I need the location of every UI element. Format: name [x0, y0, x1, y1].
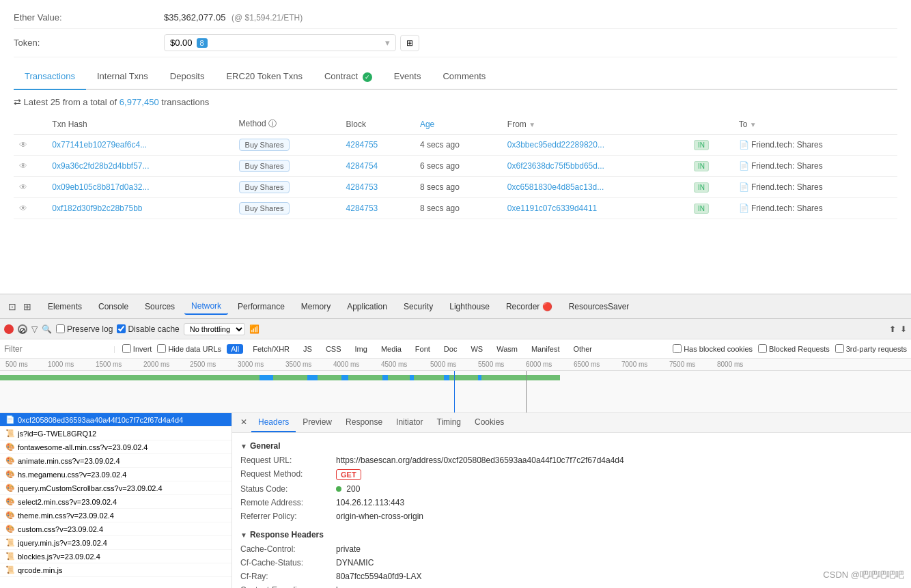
detail-content: ▼ General Request URL: https://basescan.… — [232, 433, 911, 588]
filter-manifest[interactable]: Manifest — [527, 344, 564, 354]
response-headers-section-header[interactable]: ▼ Response Headers — [240, 527, 903, 542]
detail-tab-preview[interactable]: Preview — [296, 413, 339, 432]
devtools-tab-sources[interactable]: Sources — [138, 299, 182, 314]
inspect-icon[interactable]: ⊡ — [5, 300, 19, 313]
list-item[interactable]: 🎨 animate.min.css?v=23.09.02.4 — [0, 454, 232, 468]
preserve-log-checkbox[interactable] — [56, 324, 65, 333]
from-link[interactable]: 0x6f23638dc75f5bbd65d... — [507, 161, 604, 171]
throttle-select[interactable]: No throttling — [184, 323, 245, 335]
content-encoding-label: Content-Encoding: — [240, 585, 336, 588]
tab-events[interactable]: Events — [383, 64, 432, 89]
record-button[interactable] — [4, 324, 14, 334]
to-filter-icon[interactable]: ▼ — [750, 121, 757, 128]
block-link[interactable]: 4284753 — [346, 204, 378, 213]
detail-tab-response[interactable]: Response — [339, 413, 389, 432]
detail-tab-headers[interactable]: Headers — [251, 413, 296, 432]
list-item[interactable]: 🎨 hs.megamenu.css?v=23.09.02.4 — [0, 468, 232, 481]
block-link[interactable]: 4284753 — [346, 182, 378, 192]
third-party-requests-checkbox[interactable] — [835, 344, 844, 353]
token-icon-button[interactable]: ⊞ — [400, 35, 419, 51]
list-item[interactable]: 🎨 custom.css?v=23.09.02.4 — [0, 522, 232, 536]
devtools-tab-performance[interactable]: Performance — [231, 299, 292, 314]
devtools-tab-resourcessaver[interactable]: ResourcesSaver — [562, 299, 636, 314]
invert-checkbox[interactable] — [122, 344, 131, 353]
from-link[interactable]: 0x3bbec95edd22289820... — [507, 140, 604, 150]
tab-comments[interactable]: Comments — [432, 64, 496, 89]
search-button[interactable]: 🔍 — [42, 324, 52, 334]
tab-transactions[interactable]: Transactions — [14, 64, 86, 90]
list-item[interactable]: 🎨 select2.min.css?v=23.09.02.4 — [0, 495, 232, 509]
txn-hash-link[interactable]: 0x77141eb10279eaf6c4... — [52, 140, 147, 150]
filter-img[interactable]: Img — [351, 344, 372, 354]
list-item[interactable]: 📜 blockies.js?v=23.09.02.4 — [0, 550, 232, 563]
eye-icon[interactable]: 👁 — [19, 140, 27, 150]
download-icon[interactable]: ⬇ — [900, 324, 907, 334]
list-item[interactable]: 🎨 theme.min.css?v=23.09.02.4 — [0, 509, 232, 522]
hide-data-urls-text: Hide data URLs — [168, 345, 221, 353]
from-filter-icon[interactable]: ▼ — [529, 121, 535, 128]
filter-button[interactable]: ▽ — [31, 324, 38, 334]
list-item[interactable]: 📜 jquery.min.js?v=23.09.02.4 — [0, 536, 232, 550]
filter-fetch-xhr[interactable]: Fetch/XHR — [249, 344, 294, 354]
eye-icon[interactable]: 👁 — [19, 182, 27, 192]
close-button[interactable]: ✕ — [236, 413, 251, 432]
filter-ws[interactable]: WS — [466, 344, 487, 354]
general-section-header[interactable]: ▼ General — [240, 438, 903, 453]
tab-internal-txns[interactable]: Internal Txns — [86, 64, 159, 89]
filter-wasm[interactable]: Wasm — [492, 344, 522, 354]
disable-cache-checkbox[interactable] — [117, 324, 126, 333]
from-link[interactable]: 0xc6581830e4d85ac13d... — [507, 182, 604, 192]
list-item[interactable]: 📄 0xcf205808ed36593aa40a44f10c7f7c2f67d4… — [0, 413, 232, 427]
list-item[interactable]: 🎨 jquery.mCustomScrollbar.css?v=23.09.02… — [0, 481, 232, 495]
device-icon[interactable]: ⊞ — [20, 300, 34, 313]
timeline-cursor — [454, 371, 455, 413]
filter-input[interactable] — [4, 344, 107, 354]
filter-all[interactable]: All — [227, 344, 243, 354]
block-link[interactable]: 4284755 — [346, 140, 378, 150]
devtools-tab-elements[interactable]: Elements — [41, 299, 89, 314]
txn-hash-link[interactable]: 0x09eb105c8b817d0a32... — [52, 182, 149, 192]
cf-ray-label: Cf-Ray: — [240, 572, 336, 581]
file-icon: 🎨 — [5, 497, 15, 506]
list-item[interactable]: 📜 qrcode.min.js — [0, 563, 232, 577]
filter-css[interactable]: CSS — [322, 344, 346, 354]
eye-icon[interactable]: 👁 — [19, 161, 27, 171]
token-select[interactable]: $0.00 8 ▾ — [164, 34, 396, 51]
eye-icon[interactable]: 👁 — [19, 204, 27, 213]
txn-count-link[interactable]: 6,977,450 — [120, 97, 159, 107]
block-link[interactable]: 4284754 — [346, 161, 378, 171]
blocked-requests-checkbox[interactable] — [758, 344, 767, 353]
filter-media[interactable]: Media — [377, 344, 406, 354]
devtools-tab-application[interactable]: Application — [340, 299, 394, 314]
stop-button[interactable]: ⊘ — [18, 324, 27, 334]
upload-icon[interactable]: ⬆ — [889, 324, 896, 334]
devtools-tab-memory[interactable]: Memory — [294, 299, 337, 314]
detail-tab-cookies[interactable]: Cookies — [468, 413, 511, 432]
list-item[interactable]: 📜 js?id=G-TWEL8GRQ12 — [0, 427, 232, 440]
tab-contract[interactable]: Contract ✓ — [313, 64, 383, 89]
devtools-tab-network[interactable]: Network — [184, 298, 228, 315]
has-blocked-cookies-checkbox[interactable] — [673, 344, 682, 353]
timeline-area: 500 ms 1000 ms 1500 ms 2000 ms 2500 ms 3… — [0, 359, 911, 413]
hide-data-urls-checkbox[interactable] — [157, 344, 166, 353]
list-item[interactable]: 🎨 fontawesome-all.min.css?v=23.09.02.4 — [0, 440, 232, 454]
filter-other[interactable]: Other — [570, 344, 597, 354]
th-age[interactable]: Age — [415, 114, 502, 135]
devtools-tab-security[interactable]: Security — [397, 299, 440, 314]
method-badge: Buy Shares — [239, 202, 290, 214]
tab-deposits[interactable]: Deposits — [159, 64, 216, 89]
cache-control-row: Cache-Control: private — [240, 542, 903, 556]
detail-tab-initiator[interactable]: Initiator — [389, 413, 430, 432]
filter-doc[interactable]: Doc — [440, 344, 462, 354]
file-icon: 🎨 — [5, 470, 15, 479]
devtools-tab-console[interactable]: Console — [92, 299, 135, 314]
devtools-tab-recorder[interactable]: Recorder 🔴 — [499, 299, 559, 314]
txn-hash-link[interactable]: 0x9a36c2fd28b2d4bbf57... — [52, 161, 149, 171]
devtools-tab-lighthouse[interactable]: Lighthouse — [443, 299, 496, 314]
filter-font[interactable]: Font — [411, 344, 434, 354]
txn-hash-link[interactable]: 0xf182d30f9b2c28b75bb — [52, 204, 142, 213]
filter-js[interactable]: JS — [299, 344, 316, 354]
detail-tab-timing[interactable]: Timing — [430, 413, 468, 432]
from-link[interactable]: 0xe1191c07c6339d4411 — [507, 204, 597, 213]
tab-erc20-token-txns[interactable]: ERC20 Token Txns — [215, 64, 313, 89]
